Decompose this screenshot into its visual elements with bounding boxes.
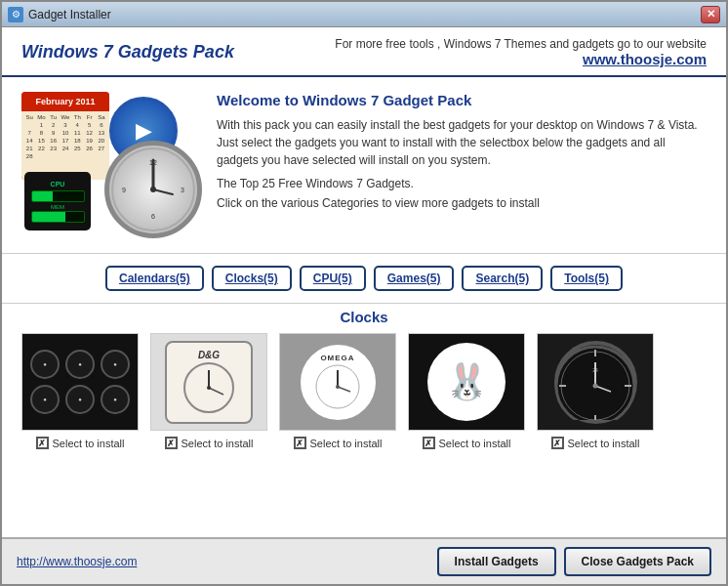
welcome-tagline: The Top 25 Free Windows 7 Gadgets. <box>217 177 707 190</box>
svg-text:6: 6 <box>151 213 155 220</box>
gadget-thumb-3: 🐰 <box>408 333 525 431</box>
svg-point-11 <box>207 386 211 390</box>
category-btn-games[interactable]: Games(5) <box>374 266 455 291</box>
analog-clock-widget: 12 3 6 9 <box>104 141 202 238</box>
welcome-click-info: Click on the various Categories to view … <box>217 196 707 210</box>
header-tagline: For more free tools , Windows 7 Themes a… <box>335 37 707 51</box>
gadget-thumb-2: OMEGA <box>279 333 396 431</box>
svg-point-15 <box>336 385 340 389</box>
section-title: Clocks <box>12 309 716 325</box>
select-label-2: Select to install <box>310 438 383 449</box>
footer-link[interactable]: http://www.thoosje.com <box>17 555 137 568</box>
content-area: Windows 7 Gadgets Pack For more free too… <box>2 27 726 584</box>
select-label-1: Select to install <box>182 438 254 449</box>
bottom-buttons: Install Gadgets Close Gadgets Pack <box>437 547 711 576</box>
select-label-0: Select to install <box>53 438 125 449</box>
clock-svg: 12 3 6 9 <box>109 146 197 233</box>
select-row-1: ✗ Select to install <box>165 437 254 449</box>
category-btn-clocks[interactable]: Clocks(5) <box>212 266 292 291</box>
select-checkbox-3[interactable]: ✗ <box>423 437 435 449</box>
select-row-2: ✗ Select to install <box>294 437 383 449</box>
welcome-title: Welcome to Windows 7 Gadget Pack <box>217 92 707 108</box>
gadget-item-3: 🐰 ✗ Select to install <box>408 333 525 449</box>
select-checkbox-4[interactable]: ✗ <box>551 437 564 449</box>
select-checkbox-1[interactable]: ✗ <box>165 437 178 449</box>
select-row-0: ✗ Select to install <box>36 437 125 449</box>
cpu-bar <box>31 190 85 202</box>
header-website[interactable]: www.thoosje.com <box>335 51 707 67</box>
gadgets-section: Clocks ● ● ● ● ● ● <box>2 304 726 537</box>
gadget-thumb-1: D&G <box>150 333 267 431</box>
header-right: For more free tools , Windows 7 Themes a… <box>335 37 707 67</box>
calendar-header: February 2011 <box>21 92 109 111</box>
gadget-thumb-0: ● ● ● ● ● ● <box>21 333 139 431</box>
app-title: Windows 7 Gadgets Pack <box>21 42 234 63</box>
top-header: Windows 7 Gadgets Pack For more free too… <box>2 27 726 77</box>
select-label-4: Select to install <box>568 438 640 449</box>
gadget-item-1: D&G ✗ Select to install <box>150 333 267 449</box>
title-bar: ⚙ Gadget Installer ✕ <box>2 2 726 27</box>
select-checkbox-0[interactable]: ✗ <box>36 437 49 449</box>
select-row-3: ✗ Select to install <box>423 437 511 449</box>
svg-text:9: 9 <box>122 187 126 193</box>
select-checkbox-2[interactable]: ✗ <box>294 437 306 449</box>
omega-clock-face: OMEGA <box>297 341 380 424</box>
app-icon: ⚙ <box>8 7 23 22</box>
bunny-clock-face: 🐰 <box>427 343 506 421</box>
svg-point-3 <box>150 187 156 192</box>
select-row-4: ✗ Select to install <box>551 437 640 449</box>
select-label-3: Select to install <box>439 438 511 449</box>
cpu-widget: CPU MEM <box>24 172 91 230</box>
rolex-clock-face: 24 <box>554 341 637 424</box>
main-window: ⚙ Gadget Installer ✕ Windows 7 Gadgets P… <box>0 0 728 586</box>
gadget-item-0: ● ● ● ● ● ● ✗ Select to install <box>21 333 139 449</box>
category-btn-tools[interactable]: Tools(5) <box>550 266 623 291</box>
gadget-item-2: OMEGA ✗ Select to install <box>279 333 396 449</box>
category-btn-search[interactable]: Search(5) <box>462 266 543 291</box>
svg-text:12: 12 <box>149 159 157 166</box>
welcome-section: February 2011 SuMoTuWeThFrSa 123456 7891… <box>2 77 726 254</box>
calendar-body: SuMoTuWeThFrSa 123456 78910111213 141516… <box>21 111 109 180</box>
mem-bar <box>31 211 85 223</box>
welcome-body: With this pack you can easily install th… <box>217 116 707 169</box>
svg-text:3: 3 <box>181 187 184 193</box>
clocktopia-grid: ● ● ● ● ● ● <box>24 344 136 420</box>
category-btn-cpu[interactable]: CPU(5) <box>300 266 366 291</box>
category-btn-calendars[interactable]: Calendars(5) <box>105 266 204 291</box>
welcome-text: Welcome to Windows 7 Gadget Pack With th… <box>217 92 707 238</box>
categories-bar: Calendars(5) Clocks(5) CPU(5) Games(5) S… <box>2 254 726 304</box>
svg-point-25 <box>592 383 597 388</box>
gadget-item-4: 24 ✗ Select to install <box>537 333 654 449</box>
window-close-button[interactable]: ✕ <box>701 6 720 23</box>
gadget-thumb-4: 24 <box>537 333 654 431</box>
play-icon: ▶ <box>136 118 152 144</box>
calendar-widget: February 2011 SuMoTuWeThFrSa 123456 7891… <box>21 92 109 180</box>
bottom-bar: http://www.thoosje.com Install Gadgets C… <box>2 537 726 584</box>
gadgets-grid: ● ● ● ● ● ● ✗ Select to install <box>12 333 716 449</box>
cal-days-header: SuMoTuWeThFrSa 123456 78910111213 141516… <box>23 113 107 160</box>
install-gadgets-button[interactable]: Install Gadgets <box>437 547 556 576</box>
close-gadgets-pack-button[interactable]: Close Gadgets Pack <box>564 547 711 576</box>
dg-clock-face: D&G <box>165 341 253 424</box>
title-bar-left: ⚙ Gadget Installer <box>8 7 111 22</box>
window-title: Gadget Installer <box>28 8 111 21</box>
welcome-images: February 2011 SuMoTuWeThFrSa 123456 7891… <box>21 92 202 238</box>
